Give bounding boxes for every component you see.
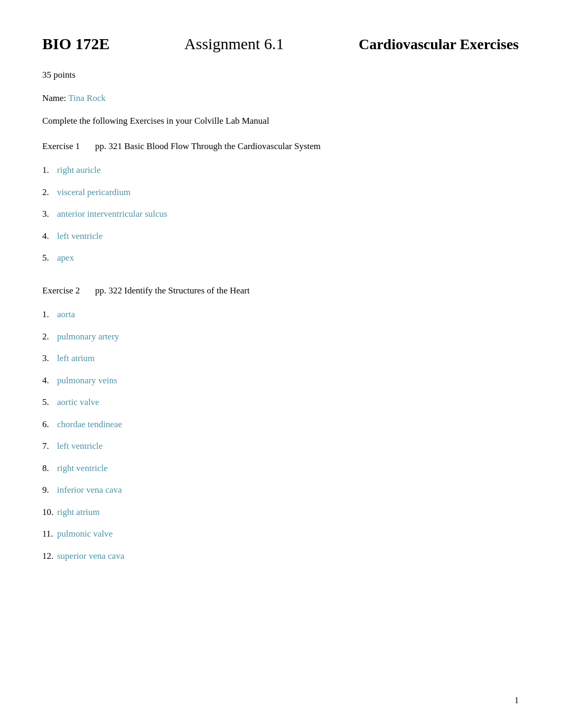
answer-number: 6. bbox=[42, 418, 57, 431]
exercise1-header: Exercise 1 pp. 321 Basic Blood Flow Thro… bbox=[42, 140, 519, 153]
assignment-title: Assignment 6.1 bbox=[184, 32, 284, 56]
list-item: 2. pulmonary artery bbox=[42, 330, 519, 344]
answer-number: 8. bbox=[42, 462, 57, 475]
list-item: 5. aortic valve bbox=[42, 395, 519, 409]
list-item: 12. superior vena cava bbox=[42, 549, 519, 563]
answer-value: chordae tendineae bbox=[57, 418, 122, 431]
answer-value: superior vena cava bbox=[57, 549, 124, 563]
list-item: 11. pulmonic valve bbox=[42, 527, 519, 541]
answer-value: apex bbox=[57, 251, 74, 265]
points-label: 35 points bbox=[42, 68, 519, 82]
answer-number: 1. bbox=[42, 308, 57, 321]
answer-value: right atrium bbox=[57, 505, 100, 519]
page-title: Cardiovascular Exercises bbox=[359, 33, 519, 56]
list-item: 8. right ventricle bbox=[42, 462, 519, 475]
exercise2-answers: 1. aorta 2. pulmonary artery 3. left atr… bbox=[42, 308, 519, 563]
list-item: 4. left ventricle bbox=[42, 229, 519, 243]
answer-number: 4. bbox=[42, 229, 57, 243]
answer-number: 10. bbox=[42, 505, 57, 519]
student-name: Tina Rock bbox=[68, 93, 106, 103]
answer-value: right auricle bbox=[57, 163, 101, 177]
list-item: 2. visceral pericardium bbox=[42, 186, 519, 199]
answer-value: pulmonic valve bbox=[57, 527, 113, 541]
list-item: 5. apex bbox=[42, 251, 519, 265]
answer-value: pulmonary artery bbox=[57, 330, 119, 344]
list-item: 4. pulmonary veins bbox=[42, 374, 519, 388]
exercise2-description: pp. 322 Identify the Structures of the H… bbox=[95, 284, 250, 298]
list-item: 1. right auricle bbox=[42, 163, 519, 177]
answer-number: 11. bbox=[42, 527, 57, 541]
answer-value: right ventricle bbox=[57, 462, 108, 475]
exercise1-label: Exercise 1 bbox=[42, 140, 95, 153]
exercise2-header: Exercise 2 pp. 322 Identify the Structur… bbox=[42, 284, 519, 298]
answer-value: left ventricle bbox=[57, 229, 102, 243]
answer-number: 9. bbox=[42, 483, 57, 497]
answer-value: aorta bbox=[57, 308, 75, 321]
answer-number: 3. bbox=[42, 207, 57, 221]
exercise1-answers: 1. right auricle 2. visceral pericardium… bbox=[42, 163, 519, 265]
page-header: BIO 172E Assignment 6.1 Cardiovascular E… bbox=[42, 32, 519, 56]
list-item: 9. inferior vena cava bbox=[42, 483, 519, 497]
answer-value: pulmonary veins bbox=[57, 374, 117, 388]
exercise2-label: Exercise 2 bbox=[42, 284, 95, 298]
answer-number: 5. bbox=[42, 251, 57, 265]
answer-value: inferior vena cava bbox=[57, 483, 122, 497]
list-item: 3. left atrium bbox=[42, 352, 519, 365]
answer-value: visceral pericardium bbox=[57, 186, 130, 199]
answer-number: 4. bbox=[42, 374, 57, 388]
page-number: 1 bbox=[515, 694, 519, 707]
list-item: 10. right atrium bbox=[42, 505, 519, 519]
list-item: 7. left ventricle bbox=[42, 439, 519, 453]
list-item: 1. aorta bbox=[42, 308, 519, 321]
list-item: 3. anterior interventricular sulcus bbox=[42, 207, 519, 221]
answer-number: 5. bbox=[42, 395, 57, 409]
answer-value: left ventricle bbox=[57, 439, 102, 453]
instructions-text: Complete the following Exercises in your… bbox=[42, 114, 519, 128]
name-line: Name: Tina Rock bbox=[42, 91, 519, 105]
name-label: Name: bbox=[42, 93, 68, 103]
answer-number: 2. bbox=[42, 186, 57, 199]
course-code: BIO 172E bbox=[42, 32, 110, 56]
list-item: 6. chordae tendineae bbox=[42, 418, 519, 431]
answer-value: anterior interventricular sulcus bbox=[57, 207, 167, 221]
answer-number: 3. bbox=[42, 352, 57, 365]
answer-number: 1. bbox=[42, 163, 57, 177]
answer-number: 2. bbox=[42, 330, 57, 344]
exercise1-description: pp. 321 Basic Blood Flow Through the Car… bbox=[95, 140, 321, 153]
answer-number: 12. bbox=[42, 549, 57, 563]
answer-value: left atrium bbox=[57, 352, 95, 365]
answer-value: aortic valve bbox=[57, 395, 99, 409]
answer-number: 7. bbox=[42, 439, 57, 453]
